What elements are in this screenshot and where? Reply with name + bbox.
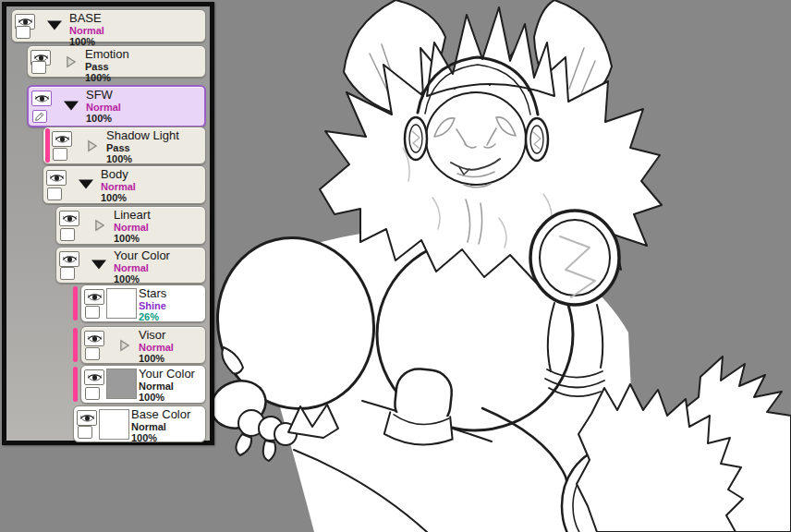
layer-name: Stars (139, 287, 166, 300)
layer-checkbox[interactable] (47, 187, 62, 200)
layer-opacity: 100% (131, 432, 190, 443)
layer-checkbox[interactable] (53, 148, 67, 161)
layer-row-emotion[interactable]: EmotionPass100% (27, 45, 206, 78)
layer-checkbox[interactable] (16, 26, 30, 39)
visibility-toggle[interactable] (84, 289, 104, 305)
visibility-toggle[interactable] (59, 211, 79, 226)
visibility-toggle[interactable] (77, 410, 97, 426)
expand-arrow-collapsed-icon[interactable] (87, 139, 98, 152)
layer-panel: BASENormal100%EmotionPass100%SFWNormal10… (2, 2, 214, 445)
expand-arrow-open-icon[interactable] (91, 260, 106, 270)
clip-group-indicator (73, 367, 78, 402)
expand-arrow-collapsed-icon[interactable] (119, 339, 130, 352)
visibility-toggle[interactable] (84, 369, 104, 385)
eye-icon (55, 134, 70, 145)
eye-icon (62, 213, 78, 224)
layer-mode: Normal (131, 421, 190, 432)
layer-mode: Normal (101, 181, 136, 192)
visibility-toggle[interactable] (52, 131, 72, 147)
layer-opacity: 100% (106, 153, 179, 164)
layer-checkbox[interactable] (60, 267, 75, 280)
layer-name: Visor (139, 329, 174, 342)
visibility-toggle[interactable] (84, 331, 104, 346)
layer-checkbox[interactable] (31, 61, 46, 74)
layer-row-body[interactable]: BodyNormal100% (43, 165, 206, 204)
layer-opacity: 100% (114, 273, 170, 284)
layer-checkbox[interactable] (85, 347, 100, 360)
layer-opacity: 100% (114, 233, 151, 244)
layer-mode: Normal (114, 262, 170, 273)
layer-row-stars[interactable]: StarsShine26% (80, 284, 206, 322)
layer-thumbnail[interactable] (99, 409, 129, 440)
layer-checkbox[interactable] (60, 228, 75, 241)
layer-row-base[interactable]: BASENormal100% (11, 9, 206, 42)
layer-mode: Normal (139, 381, 195, 392)
eye-icon (62, 254, 78, 265)
layer-checkbox[interactable] (78, 426, 92, 439)
layer-opacity: 100% (85, 72, 129, 83)
eye-icon (49, 173, 65, 184)
layer-name: SFW (86, 89, 121, 102)
layer-name: Lineart (114, 209, 151, 222)
layer-row-base-color[interactable]: Base ColorNormal100% (73, 405, 206, 442)
layer-opacity: 26% (139, 311, 166, 322)
layer-name: Your Color (139, 368, 195, 381)
layer-opacity: 100% (139, 353, 174, 364)
expand-arrow-open-icon[interactable] (47, 21, 62, 30)
layer-name: Emotion (85, 48, 129, 61)
layer-row-shadow-light[interactable]: Shadow LightPass100% (43, 127, 206, 164)
layer-thumbnail[interactable] (106, 288, 137, 319)
layer-checkbox[interactable] (85, 387, 100, 400)
layer-name: Shadow Light (106, 129, 179, 142)
expand-arrow-open-icon[interactable] (79, 180, 93, 189)
layer-name: Body (101, 168, 136, 181)
layer-opacity: 100% (139, 392, 195, 403)
clip-group-indicator (73, 286, 78, 320)
layer-opacity: 100% (86, 113, 121, 124)
layer-mode: Normal (69, 25, 104, 36)
layer-thumbnail[interactable] (106, 369, 137, 399)
layer-name: Your Color (114, 249, 170, 262)
layer-mode: Pass (85, 61, 129, 72)
layer-mode: Normal (86, 102, 121, 113)
layer-checkbox[interactable] (32, 110, 47, 123)
visibility-toggle[interactable] (59, 251, 79, 267)
layer-opacity: 100% (101, 192, 136, 203)
expand-arrow-open-icon[interactable] (64, 102, 79, 111)
expand-arrow-collapsed-icon[interactable] (66, 55, 77, 68)
eye-icon (34, 93, 50, 104)
layer-row-your-color[interactable]: Your ColorNormal100% (80, 365, 206, 404)
eye-icon (79, 413, 95, 424)
layer-row-lineart[interactable]: LineartNormal100% (55, 206, 206, 245)
layer-mode: Normal (139, 342, 174, 353)
pencil-icon (34, 111, 45, 122)
visibility-toggle[interactable] (31, 91, 52, 106)
expand-arrow-collapsed-icon[interactable] (94, 219, 105, 232)
visibility-toggle[interactable] (46, 170, 67, 186)
eye-icon (87, 372, 103, 383)
layer-row-sfw[interactable]: SFWNormal100% (27, 85, 206, 127)
eye-icon (87, 333, 103, 345)
eye-icon (87, 292, 103, 303)
layer-row-your-color[interactable]: Your ColorNormal100% (55, 247, 206, 284)
layer-name: Base Color (131, 408, 190, 421)
layer-mode: Shine (139, 300, 166, 311)
layer-checkbox[interactable] (85, 306, 100, 319)
layer-name: BASE (69, 12, 104, 25)
layer-row-visor[interactable]: VisorNormal100% (80, 326, 206, 364)
layer-mode: Pass (106, 142, 179, 153)
clip-group-indicator (73, 328, 78, 362)
layer-mode: Normal (114, 222, 151, 233)
